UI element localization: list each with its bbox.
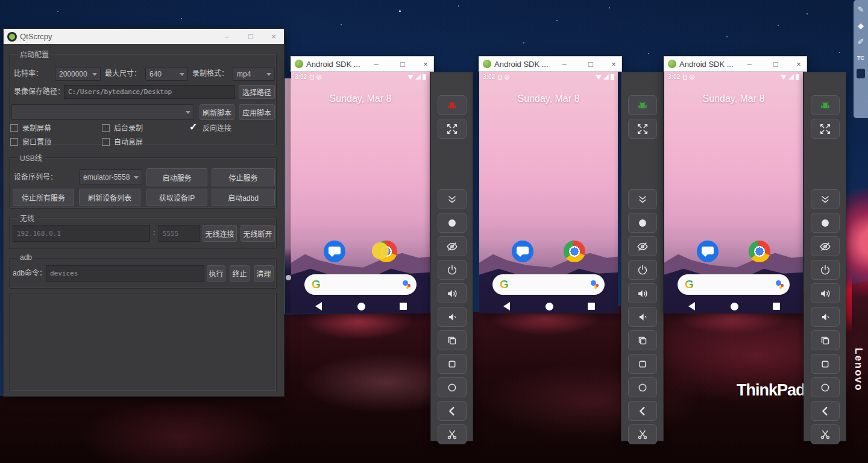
nav-back-button[interactable] <box>688 302 695 310</box>
fullscreen-button[interactable] <box>811 119 840 139</box>
wireless-connect-button[interactable]: 无线连接 <box>203 225 237 242</box>
minimize-button[interactable]: – <box>740 57 758 72</box>
background-record-checkbox[interactable] <box>102 124 110 132</box>
record-screen-checkbox[interactable] <box>10 124 18 132</box>
wireless-ip-input[interactable] <box>13 225 150 242</box>
script-select[interactable] <box>11 104 194 120</box>
nav-back-button[interactable] <box>315 302 322 310</box>
wireless-port-input[interactable] <box>159 225 200 242</box>
google-search-bar[interactable]: G <box>678 274 790 295</box>
minimize-button[interactable]: – <box>555 57 573 72</box>
fullscreen-button[interactable] <box>628 119 657 139</box>
screen-off-button[interactable] <box>438 236 467 256</box>
eraser-tool-icon[interactable]: ◆ <box>855 20 866 31</box>
nav-back-button[interactable] <box>503 302 510 310</box>
wireless-disconnect-button[interactable]: 无线断开 <box>241 225 275 242</box>
volume-up-button[interactable] <box>628 283 657 303</box>
refresh-script-button[interactable]: 刷新脚本 <box>200 104 234 120</box>
annotation-toolbar[interactable]: ✎ ◆ ✐ TC <box>854 0 868 118</box>
volume-down-button[interactable] <box>628 307 657 327</box>
maximize-button[interactable]: □ <box>394 57 412 72</box>
power-button[interactable] <box>628 260 657 280</box>
screenshot-crop-button[interactable] <box>438 424 467 444</box>
group-control-button[interactable] <box>628 95 657 115</box>
back-button[interactable] <box>628 401 657 421</box>
voice-search-icon[interactable] <box>775 280 784 289</box>
adb-clear-button[interactable]: 清理 <box>254 265 274 282</box>
close-button[interactable]: × <box>417 57 435 72</box>
group-control-button[interactable] <box>438 95 467 115</box>
close-button[interactable]: × <box>265 29 283 44</box>
app-switch-button[interactable] <box>438 330 467 350</box>
home-button[interactable] <box>811 377 840 397</box>
menu-button[interactable] <box>438 354 467 374</box>
get-device-ip-button[interactable]: 获取设备IP <box>146 189 207 206</box>
apply-script-button[interactable]: 应用脚本 <box>239 104 275 120</box>
screen-off-button[interactable] <box>628 236 657 256</box>
screenshot-crop-button[interactable] <box>628 424 657 444</box>
power-button[interactable] <box>438 260 467 280</box>
device-titlebar[interactable]: Android SDK ... – □ × <box>479 56 622 72</box>
android-screen[interactable]: 3:02 Sunday, Mar 8 G <box>479 72 618 313</box>
reverse-connect-checkbox[interactable]: ✓ <box>189 123 197 131</box>
expand-notification-button[interactable] <box>438 189 467 209</box>
home-button[interactable] <box>438 377 467 397</box>
messages-app-icon[interactable] <box>324 241 345 262</box>
nav-home-button[interactable] <box>357 303 365 310</box>
chrome-app-icon[interactable] <box>749 241 770 262</box>
serial-select[interactable]: emulator-5558 <box>79 169 142 185</box>
choose-path-button[interactable]: 选择路径 <box>239 85 275 99</box>
volume-up-button[interactable] <box>811 283 840 303</box>
fullscreen-button[interactable] <box>438 119 467 139</box>
marker-tool-icon[interactable]: ✐ <box>855 36 866 47</box>
volume-down-button[interactable] <box>438 307 467 327</box>
adb-command-input[interactable] <box>46 265 204 282</box>
home-button[interactable] <box>628 377 657 397</box>
nav-recents-button[interactable] <box>400 303 407 310</box>
app-switch-button[interactable] <box>628 330 657 350</box>
nav-home-button[interactable] <box>546 303 553 310</box>
android-screen[interactable]: 3:02 Sunday, Mar 8 G <box>291 72 430 313</box>
voice-search-icon[interactable] <box>590 280 599 289</box>
nav-home-button[interactable] <box>731 303 738 310</box>
stop-all-services-button[interactable]: 停止所有服务 <box>13 189 74 206</box>
screenshot-button[interactable] <box>628 213 657 233</box>
pen-tool-icon[interactable]: ✎ <box>855 4 866 14</box>
screenshot-crop-button[interactable] <box>811 424 840 444</box>
messages-app-icon[interactable] <box>512 241 533 262</box>
expand-notification-button[interactable] <box>628 189 657 209</box>
start-service-button[interactable]: 启动服务 <box>146 168 207 186</box>
google-search-bar[interactable]: G <box>304 274 417 295</box>
messages-app-icon[interactable] <box>697 241 719 262</box>
menu-button[interactable] <box>811 354 840 374</box>
stop-service-button[interactable]: 停止服务 <box>212 168 275 186</box>
screenshot-button[interactable] <box>438 213 467 233</box>
android-screen[interactable]: 3:02 Sunday, Mar 8 G <box>664 72 803 313</box>
adb-stop-button[interactable]: 终止 <box>230 265 250 282</box>
color-swatch[interactable] <box>857 69 865 78</box>
voice-search-icon[interactable] <box>402 280 410 289</box>
text-tool-icon[interactable]: TC <box>855 52 866 63</box>
adb-run-button[interactable]: 执行 <box>207 265 225 282</box>
log-output[interactable] <box>9 293 277 391</box>
auto-screen-off-checkbox[interactable] <box>102 138 110 146</box>
maxsize-select[interactable]: 640 <box>145 67 188 81</box>
volume-down-button[interactable] <box>811 307 840 327</box>
app-switch-button[interactable] <box>811 330 840 350</box>
device-titlebar[interactable]: Android SDK ... – □ × <box>664 56 807 72</box>
screenshot-button[interactable] <box>811 213 840 233</box>
volume-up-button[interactable] <box>438 283 467 303</box>
minimize-button[interactable]: – <box>367 57 385 72</box>
bitrate-select[interactable]: 2000000 <box>55 67 101 81</box>
nav-recents-button[interactable] <box>588 303 595 310</box>
group-control-button[interactable] <box>811 95 840 115</box>
start-adbd-button[interactable]: 启动adbd <box>212 189 275 206</box>
close-button[interactable]: × <box>605 57 623 72</box>
device-titlebar[interactable]: Android SDK ... – □ × <box>291 56 434 72</box>
power-button[interactable] <box>811 260 840 280</box>
screen-off-button[interactable] <box>811 236 840 256</box>
back-button[interactable] <box>438 401 467 421</box>
window-on-top-checkbox[interactable] <box>10 138 18 146</box>
refresh-device-list-button[interactable]: 刷新设备列表 <box>79 189 140 206</box>
expand-notification-button[interactable] <box>811 189 840 209</box>
